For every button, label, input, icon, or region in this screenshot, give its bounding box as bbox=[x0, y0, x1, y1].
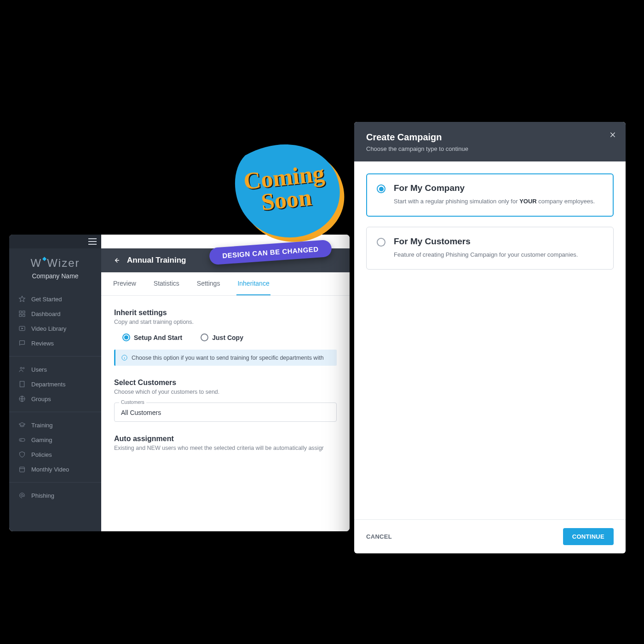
svg-rect-9 bbox=[20, 381, 24, 387]
sidebar-item-label: Phishing bbox=[31, 492, 54, 499]
tabs: Preview Statistics Settings Inheritance bbox=[101, 272, 350, 296]
continue-button[interactable]: CONTINUE bbox=[563, 528, 614, 545]
sidebar-item-users[interactable]: Users bbox=[9, 362, 101, 377]
radio-just-copy[interactable]: Just Copy bbox=[201, 334, 243, 341]
shield-icon bbox=[18, 451, 26, 458]
info-icon bbox=[121, 354, 128, 361]
modal-title: Create Campaign bbox=[366, 132, 614, 143]
graduation-icon bbox=[18, 421, 26, 429]
sidebar-item-get-started[interactable]: Get Started bbox=[9, 292, 101, 306]
sidebar-item-policies[interactable]: Policies bbox=[9, 447, 101, 462]
modal-footer: CANCEL CONTINUE bbox=[354, 519, 626, 553]
inherit-subtitle: Copy and start training options. bbox=[114, 319, 337, 325]
brand-text: Wizer bbox=[47, 257, 80, 269]
nav-divider bbox=[9, 482, 101, 483]
option-desc: Start with a regular phishing simulation… bbox=[394, 197, 595, 206]
auto-assignment-title: Auto assignment bbox=[114, 435, 337, 443]
nav-group: Phishing bbox=[9, 484, 101, 506]
svg-point-18 bbox=[21, 494, 23, 497]
company-name: Company Name bbox=[9, 272, 101, 288]
tab-inheritance[interactable]: Inheritance bbox=[236, 272, 270, 295]
sidebar-item-reviews[interactable]: Reviews bbox=[9, 336, 101, 351]
svg-point-8 bbox=[23, 368, 24, 369]
info-banner: Choose this option if you want to send t… bbox=[114, 350, 337, 366]
at-icon bbox=[18, 492, 26, 499]
svg-point-7 bbox=[20, 367, 22, 369]
nav-group: Get Started Dashboard Video Library Revi… bbox=[9, 288, 101, 354]
create-campaign-modal: Create Campaign Choose the campaign type… bbox=[354, 122, 626, 553]
tab-settings[interactable]: Settings bbox=[196, 272, 221, 295]
brand: W◆Wizer bbox=[9, 248, 101, 272]
back-arrow-icon[interactable] bbox=[112, 256, 121, 264]
globe-icon bbox=[18, 395, 26, 402]
hamburger-icon[interactable] bbox=[88, 238, 97, 245]
sidebar: W◆Wizer Company Name Get Started Dashboa… bbox=[9, 235, 101, 531]
nav-divider bbox=[9, 412, 101, 412]
nav-group: Users Departments Groups bbox=[9, 358, 101, 410]
inherit-title: Inherit settings bbox=[114, 309, 337, 317]
sidebar-item-label: Training bbox=[31, 422, 52, 429]
tab-preview[interactable]: Preview bbox=[112, 272, 137, 295]
select-customers-title: Select Customers bbox=[114, 379, 337, 387]
sidebar-item-monthly-video[interactable]: Monthly Video bbox=[9, 462, 101, 477]
nav-group: Training Gaming Policies Monthly Video bbox=[9, 414, 101, 480]
radio-label: Setup And Start bbox=[134, 334, 182, 341]
content: Inherit settings Copy and start training… bbox=[101, 296, 350, 531]
sidebar-item-label: Dashboard bbox=[31, 310, 61, 317]
sidebar-item-label: Get Started bbox=[31, 296, 62, 303]
sidebar-item-label: Departments bbox=[31, 381, 65, 388]
calendar-icon bbox=[18, 466, 26, 473]
sidebar-item-label: Policies bbox=[31, 451, 52, 458]
info-text: Choose this option if you want to send t… bbox=[132, 355, 324, 361]
coming-soon-text: Coming Soon bbox=[242, 161, 328, 215]
sidebar-item-dashboard[interactable]: Dashboard bbox=[9, 306, 101, 321]
modal-body: For My Company Start with a regular phis… bbox=[354, 161, 626, 519]
star-icon bbox=[18, 295, 26, 303]
option-desc: Feature of creating Phishing Campaign fo… bbox=[394, 250, 578, 259]
radio-dot-icon bbox=[122, 334, 130, 341]
modal-subtitle: Choose the campaign type to continue bbox=[366, 145, 614, 152]
option-desc-bold: YOUR bbox=[519, 198, 537, 205]
select-label: Customers bbox=[119, 399, 146, 405]
select-customers-subtitle: Choose which of your customers to send. bbox=[114, 389, 337, 395]
svg-rect-1 bbox=[19, 311, 22, 313]
option-for-my-customers[interactable]: For My Customers Feature of creating Phi… bbox=[366, 227, 614, 270]
sidebar-item-training[interactable]: Training bbox=[9, 418, 101, 432]
brand-logo: W◆Wizer bbox=[31, 257, 80, 269]
sidebar-item-label: Gaming bbox=[31, 437, 52, 443]
gamepad-icon bbox=[18, 436, 26, 443]
cancel-button[interactable]: CANCEL bbox=[366, 533, 392, 540]
grid-icon bbox=[18, 310, 26, 317]
sidebar-item-departments[interactable]: Departments bbox=[9, 377, 101, 391]
option-for-my-company[interactable]: For My Company Start with a regular phis… bbox=[366, 173, 614, 217]
sidebar-item-label: Groups bbox=[31, 396, 51, 402]
radio-dot-icon bbox=[201, 334, 208, 341]
brand-dot-icon: ◆ bbox=[42, 255, 47, 262]
svg-rect-13 bbox=[19, 438, 25, 441]
select-value: All Customers bbox=[121, 409, 161, 416]
radio-dot-icon bbox=[377, 184, 385, 193]
page-title: Annual Training bbox=[127, 256, 186, 265]
sidebar-item-phishing[interactable]: Phishing bbox=[9, 488, 101, 503]
sidebar-item-groups[interactable]: Groups bbox=[9, 391, 101, 406]
option-desc-post: company employees. bbox=[537, 198, 595, 205]
radio-dot-icon bbox=[377, 238, 385, 247]
radio-setup-and-start[interactable]: Setup And Start bbox=[122, 334, 182, 341]
modal-header: Create Campaign Choose the campaign type… bbox=[354, 122, 626, 161]
option-desc-pre: Start with a regular phishing simulation… bbox=[394, 198, 519, 205]
chat-icon bbox=[18, 339, 26, 347]
sidebar-item-video-library[interactable]: Video Library bbox=[9, 321, 101, 336]
building-icon bbox=[18, 380, 26, 388]
inherit-options: Setup And Start Just Copy bbox=[122, 334, 337, 341]
tab-statistics[interactable]: Statistics bbox=[153, 272, 180, 295]
sidebar-item-gaming[interactable]: Gaming bbox=[9, 432, 101, 447]
sidebar-item-label: Monthly Video bbox=[31, 466, 69, 473]
close-icon[interactable] bbox=[609, 131, 616, 138]
nav-divider bbox=[9, 356, 101, 356]
option-title: For My Customers bbox=[394, 236, 578, 247]
select-customers-section: Select Customers Choose which of your cu… bbox=[114, 379, 337, 422]
coming-soon-badge: Coming Soon bbox=[218, 131, 352, 251]
svg-rect-16 bbox=[20, 467, 25, 472]
sidebar-item-label: Reviews bbox=[31, 340, 54, 347]
customers-select[interactable]: Customers All Customers bbox=[114, 402, 337, 422]
